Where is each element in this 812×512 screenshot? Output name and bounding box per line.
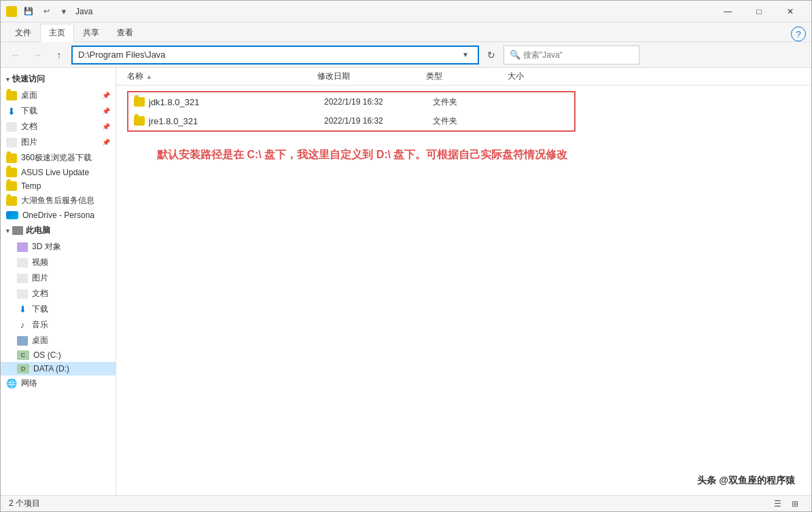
sidebar-label-dahuyu: 大湖鱼售后服务信息: [21, 195, 94, 206]
video-icon: [17, 258, 28, 268]
qat-undo-button[interactable]: ↩: [39, 4, 54, 19]
up-button[interactable]: ↑: [50, 45, 69, 65]
watermark: 头条 @双鱼座的程序猿: [692, 472, 800, 490]
sidebar-item-osc[interactable]: C OS (C:): [1, 348, 116, 362]
osc-icon: C: [17, 350, 29, 360]
sidebar-label-desktop2: 桌面: [32, 335, 48, 346]
sidebar-quickaccess-header[interactable]: ▾ 快速访问: [1, 71, 116, 88]
quickaccess-chevron: ▾: [6, 76, 10, 83]
sidebar-label-temp: Temp: [21, 181, 41, 191]
pics-icon: [6, 138, 17, 147]
status-bar: 2 个项目 ☰ ⊞: [1, 495, 811, 511]
search-input[interactable]: [523, 50, 633, 60]
file-name-label-jdk: jdk1.8.0_321: [149, 97, 199, 107]
title-bar: 💾 ↩ ▼ Java — □ ✕: [1, 1, 811, 22]
docs-icon: [6, 122, 17, 132]
sidebar-label-video: 视频: [32, 257, 48, 268]
sidebar-item-onedrive[interactable]: OneDrive - Persona: [1, 208, 116, 222]
window-icon: [6, 6, 17, 17]
table-row[interactable]: jdk1.8.0_321 2022/1/19 16:32 文件夹: [128, 92, 574, 111]
maximize-button[interactable]: □: [743, 1, 775, 22]
sidebar-item-asus[interactable]: ASUS Live Update: [1, 166, 116, 179]
sidebar-label-documents2: 文档: [32, 288, 48, 299]
sidebar-label-osc: OS (C:): [33, 350, 61, 360]
col-header-size[interactable]: 大小: [508, 71, 562, 82]
sidebar-item-desktop[interactable]: 桌面 📌: [1, 88, 116, 103]
search-icon: 🔍: [510, 50, 520, 60]
sidebar-item-pictures[interactable]: 图片 📌: [1, 134, 116, 150]
sidebar-label-360: 360极速浏览器下载: [21, 152, 92, 164]
search-bar: 🔍: [504, 45, 639, 65]
minimize-button[interactable]: —: [712, 1, 743, 22]
sidebar-label-pics: 图片: [21, 136, 37, 148]
back-button[interactable]: ←: [6, 45, 25, 65]
folder-icon-4: [6, 181, 17, 191]
col-header-date[interactable]: 修改日期: [317, 71, 426, 82]
title-bar-left: 💾 ↩ ▼ Java: [6, 4, 92, 19]
col-header-name[interactable]: 名称 ▲: [127, 71, 317, 82]
address-dropdown-button[interactable]: ▼: [459, 47, 472, 63]
address-input[interactable]: [78, 50, 459, 60]
refresh-button[interactable]: ↻: [482, 45, 501, 65]
tab-home[interactable]: 主页: [40, 24, 74, 42]
details-view-button[interactable]: ☰: [769, 496, 785, 511]
qat-properties-button[interactable]: ▼: [56, 4, 71, 19]
sidebar-item-pictures2[interactable]: 图片: [1, 270, 116, 286]
sidebar-item-datad[interactable]: D DATA (D:): [1, 362, 116, 376]
pictures-icon2: [17, 274, 28, 283]
col-header-type[interactable]: 类型: [426, 71, 508, 82]
ribbon: 文件 主页 共享 查看 ?: [1, 22, 811, 42]
folder-icon: [6, 91, 17, 100]
folder-icon-3: [6, 168, 17, 177]
sidebar-item-downloads[interactable]: ⬇ 下载 📌: [1, 103, 116, 119]
sidebar-item-documents[interactable]: 文档 📌: [1, 119, 116, 134]
file-list-border-box: jdk1.8.0_321 2022/1/19 16:32 文件夹 jre1.8.…: [127, 91, 576, 132]
file-type-jre: 文件夹: [433, 115, 514, 127]
computer-icon: [12, 226, 23, 235]
window-controls: — □ ✕: [712, 1, 806, 22]
sort-arrow: ▲: [146, 73, 152, 80]
address-bar: ← → ↑ ▼ ↻ 🔍: [1, 42, 811, 68]
sidebar-thispc-header[interactable]: ▾ 此电脑: [1, 222, 116, 239]
sidebar-label-3d: 3D 对象: [32, 241, 61, 253]
sidebar-label-thispc: 此电脑: [26, 225, 50, 236]
sidebar-item-3d[interactable]: 3D 对象: [1, 239, 116, 255]
sidebar-label-downloads2: 下载: [32, 304, 48, 315]
sidebar-item-video[interactable]: 视频: [1, 255, 116, 270]
large-icons-view-button[interactable]: ⊞: [787, 496, 803, 511]
tab-view[interactable]: 查看: [108, 24, 142, 41]
main-area: ▾ 快速访问 桌面 📌 ⬇ 下载 📌 文档 📌 图片 📌: [1, 68, 811, 495]
sidebar-item-music[interactable]: ♪ 音乐: [1, 317, 116, 333]
thispc-chevron: ▾: [6, 227, 10, 234]
sidebar-item-temp[interactable]: Temp: [1, 179, 116, 193]
desktop-icon2: [17, 336, 28, 346]
help-button[interactable]: ?: [791, 26, 806, 41]
network-icon: 🌐: [6, 379, 17, 388]
sidebar-label-music: 音乐: [32, 319, 48, 331]
file-date-jre: 2022/1/19 16:32: [324, 116, 433, 126]
download-icon: ⬇: [6, 107, 17, 116]
sidebar-label-docs: 文档: [21, 121, 37, 132]
sidebar-item-dahuyu[interactable]: 大湖鱼售后服务信息: [1, 193, 116, 208]
file-type-jdk: 文件夹: [433, 96, 514, 108]
folder-icon-jre: [134, 116, 145, 126]
quick-access-toolbar: 💾 ↩ ▼: [21, 4, 71, 19]
column-headers: 名称 ▲ 修改日期 类型 大小: [116, 68, 811, 86]
sidebar-item-documents2[interactable]: 文档: [1, 286, 116, 301]
tab-share[interactable]: 共享: [74, 24, 108, 41]
sidebar-item-desktop2[interactable]: 桌面: [1, 333, 116, 348]
table-row[interactable]: jre1.8.0_321 2022/1/19 16:32 文件夹: [128, 111, 574, 130]
tab-file[interactable]: 文件: [6, 24, 40, 41]
qat-save-button[interactable]: 💾: [21, 4, 36, 19]
status-bar-right: ☰ ⊞: [769, 496, 803, 511]
sidebar-item-network[interactable]: 🌐 网络: [1, 376, 116, 391]
status-item-count: 2 个项目: [9, 498, 40, 509]
sidebar-item-downloads2[interactable]: ⬇ 下载: [1, 301, 116, 317]
window-title: Java: [75, 7, 92, 16]
sidebar-item-360[interactable]: 360极速浏览器下载: [1, 150, 116, 166]
forward-button[interactable]: →: [28, 45, 47, 65]
pin-icon-2: 📌: [102, 107, 110, 115]
view-icons: ☰ ⊞: [769, 496, 803, 511]
3d-icon: [17, 242, 28, 252]
close-button[interactable]: ✕: [775, 1, 806, 22]
